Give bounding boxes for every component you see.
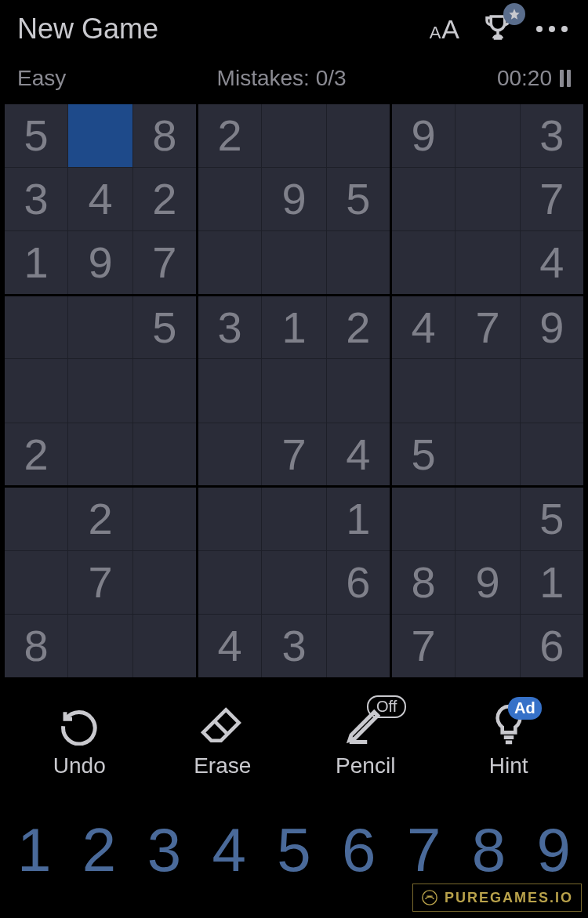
numpad-3[interactable]: 3 bbox=[147, 815, 181, 886]
cell-r4-c1[interactable] bbox=[68, 359, 132, 423]
cell-r8-c8[interactable]: 6 bbox=[520, 615, 584, 679]
cell-r8-c3[interactable]: 4 bbox=[197, 615, 261, 679]
cell-r8-c1[interactable] bbox=[68, 615, 132, 679]
cell-r4-c3[interactable] bbox=[197, 359, 261, 423]
numpad-8[interactable]: 8 bbox=[472, 815, 506, 886]
cell-r1-c7[interactable] bbox=[456, 167, 520, 231]
cell-r5-c8[interactable] bbox=[520, 423, 584, 487]
cell-r4-c6[interactable] bbox=[390, 359, 455, 423]
cell-r8-c7[interactable] bbox=[456, 615, 520, 679]
cell-r3-c3[interactable]: 3 bbox=[197, 295, 261, 359]
cell-r5-c1[interactable] bbox=[68, 423, 132, 487]
cell-r5-c5[interactable]: 4 bbox=[326, 423, 390, 487]
cell-r8-c2[interactable] bbox=[132, 615, 197, 679]
cell-r5-c3[interactable] bbox=[197, 423, 261, 487]
cell-r3-c2[interactable]: 5 bbox=[132, 295, 197, 359]
cell-r2-c2[interactable]: 7 bbox=[132, 231, 197, 296]
cell-r7-c4[interactable] bbox=[262, 550, 326, 615]
cell-r4-c0[interactable] bbox=[4, 359, 68, 423]
cell-r1-c0[interactable]: 3 bbox=[4, 167, 68, 231]
cell-r6-c5[interactable]: 1 bbox=[326, 487, 390, 551]
cell-r7-c6[interactable]: 8 bbox=[390, 550, 455, 615]
cell-r5-c0[interactable]: 2 bbox=[4, 423, 68, 487]
cell-r6-c2[interactable] bbox=[132, 487, 197, 551]
hint-button[interactable]: Ad Hint bbox=[462, 703, 556, 778]
cell-r8-c5[interactable] bbox=[326, 615, 390, 679]
cell-r8-c0[interactable]: 8 bbox=[4, 615, 68, 679]
cell-r3-c7[interactable]: 7 bbox=[456, 295, 520, 359]
cell-r6-c8[interactable]: 5 bbox=[520, 487, 584, 551]
cell-r1-c6[interactable] bbox=[390, 167, 455, 231]
cell-r2-c8[interactable]: 4 bbox=[520, 231, 584, 296]
cell-r2-c1[interactable]: 9 bbox=[68, 231, 132, 296]
cell-r6-c7[interactable] bbox=[456, 487, 520, 551]
cell-r2-c0[interactable]: 1 bbox=[4, 231, 68, 296]
cell-r2-c6[interactable] bbox=[390, 231, 455, 296]
erase-button[interactable]: Erase bbox=[176, 703, 270, 778]
numpad-7[interactable]: 7 bbox=[407, 815, 441, 886]
cell-r4-c2[interactable] bbox=[132, 359, 197, 423]
cell-r2-c5[interactable] bbox=[326, 231, 390, 296]
cell-r5-c6[interactable]: 5 bbox=[390, 423, 455, 487]
cell-r0-c8[interactable]: 3 bbox=[520, 103, 584, 168]
cell-r3-c5[interactable]: 2 bbox=[326, 295, 390, 359]
cell-r7-c1[interactable]: 7 bbox=[68, 550, 132, 615]
cell-r6-c6[interactable] bbox=[390, 487, 455, 551]
pause-button[interactable] bbox=[560, 70, 571, 87]
cell-r3-c1[interactable] bbox=[68, 295, 132, 359]
cell-r6-c3[interactable] bbox=[197, 487, 261, 551]
cell-r4-c7[interactable] bbox=[456, 359, 520, 423]
cell-r5-c2[interactable] bbox=[132, 423, 197, 487]
cell-r4-c5[interactable] bbox=[326, 359, 390, 423]
cell-r1-c1[interactable]: 4 bbox=[68, 167, 132, 231]
cell-r0-c1[interactable] bbox=[68, 103, 132, 168]
numpad-2[interactable]: 2 bbox=[82, 815, 116, 886]
cell-r1-c4[interactable]: 9 bbox=[262, 167, 326, 231]
cell-r7-c7[interactable]: 9 bbox=[456, 550, 520, 615]
cell-r0-c6[interactable]: 9 bbox=[390, 103, 455, 168]
numpad-4[interactable]: 4 bbox=[212, 815, 245, 886]
cell-r4-c4[interactable] bbox=[262, 359, 326, 423]
undo-button[interactable]: Undo bbox=[32, 703, 126, 778]
cell-r0-c5[interactable] bbox=[326, 103, 390, 168]
font-size-button[interactable]: AA bbox=[430, 14, 459, 45]
cell-r3-c6[interactable]: 4 bbox=[390, 295, 455, 359]
cell-r2-c4[interactable] bbox=[262, 231, 326, 296]
trophy-button[interactable] bbox=[481, 11, 514, 47]
cell-r5-c7[interactable] bbox=[456, 423, 520, 487]
numpad-9[interactable]: 9 bbox=[537, 815, 571, 886]
more-button[interactable] bbox=[536, 26, 568, 32]
cell-r8-c6[interactable]: 7 bbox=[390, 615, 455, 679]
cell-r8-c4[interactable]: 3 bbox=[262, 615, 326, 679]
cell-r1-c8[interactable]: 7 bbox=[520, 167, 584, 231]
cell-r3-c4[interactable]: 1 bbox=[262, 295, 326, 359]
cell-r0-c4[interactable] bbox=[262, 103, 326, 168]
cell-r5-c4[interactable]: 7 bbox=[262, 423, 326, 487]
cell-r0-c0[interactable]: 5 bbox=[4, 103, 68, 168]
cell-r6-c4[interactable] bbox=[262, 487, 326, 551]
dot-icon bbox=[536, 26, 543, 32]
cell-r7-c5[interactable]: 6 bbox=[326, 550, 390, 615]
cell-r0-c2[interactable]: 8 bbox=[132, 103, 197, 168]
cell-r1-c2[interactable]: 2 bbox=[132, 167, 197, 231]
cell-r7-c8[interactable]: 1 bbox=[520, 550, 584, 615]
cell-r1-c5[interactable]: 5 bbox=[326, 167, 390, 231]
cell-r0-c3[interactable]: 2 bbox=[197, 103, 261, 168]
cell-r2-c7[interactable] bbox=[456, 231, 520, 296]
cell-r2-c3[interactable] bbox=[197, 231, 261, 296]
cell-r4-c8[interactable] bbox=[520, 359, 584, 423]
numpad-6[interactable]: 6 bbox=[342, 815, 376, 886]
cell-r7-c3[interactable] bbox=[197, 550, 261, 615]
cell-r7-c0[interactable] bbox=[4, 550, 68, 615]
new-game-button[interactable]: New Game bbox=[17, 13, 158, 45]
cell-r3-c0[interactable] bbox=[4, 295, 68, 359]
numpad-1[interactable]: 1 bbox=[17, 815, 51, 886]
cell-r3-c8[interactable]: 9 bbox=[520, 295, 584, 359]
cell-r1-c3[interactable] bbox=[197, 167, 261, 231]
cell-r6-c1[interactable]: 2 bbox=[68, 487, 132, 551]
pencil-button[interactable]: Off Pencil bbox=[318, 703, 412, 778]
cell-r6-c0[interactable] bbox=[4, 487, 68, 551]
cell-r0-c7[interactable] bbox=[456, 103, 520, 168]
numpad-5[interactable]: 5 bbox=[277, 815, 310, 886]
cell-r7-c2[interactable] bbox=[132, 550, 197, 615]
